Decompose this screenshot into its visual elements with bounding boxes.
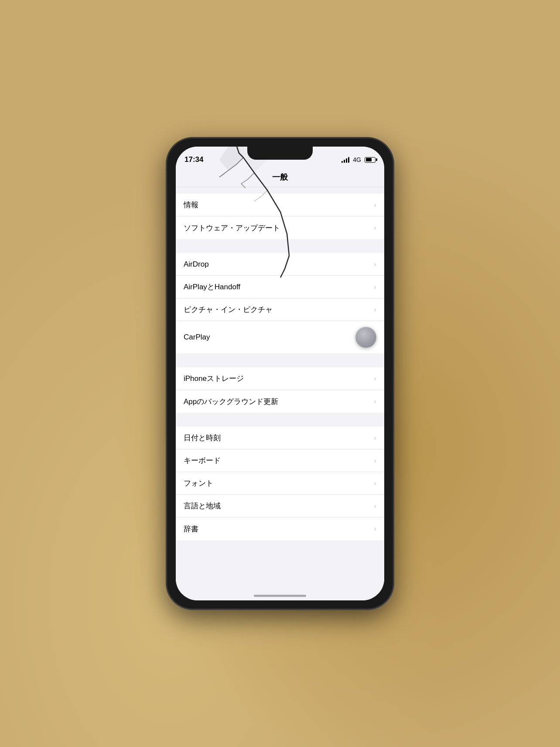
row-language-region[interactable]: 言語と地域 ›: [176, 495, 384, 517]
row-jouhou[interactable]: 情報 ›: [176, 194, 384, 216]
home-indicator[interactable]: [254, 595, 306, 597]
phone-frame: 17:34 4G 一般: [167, 138, 393, 609]
battery-icon: [365, 157, 376, 163]
notch: [247, 147, 313, 160]
chevron-dictionary: ›: [374, 524, 376, 533]
network-type: 4G: [353, 156, 361, 163]
chevron-fonts: ›: [374, 479, 376, 488]
signal-bar-2: [344, 160, 345, 163]
siri-button[interactable]: [355, 327, 376, 348]
signal-bar-3: [346, 158, 347, 163]
row-iphone-storage[interactable]: iPhoneストレージ ›: [176, 367, 384, 390]
section-sharing: AirDrop › AirPlayとHandoff › ピクチャ・イン・ピクチャ…: [176, 253, 384, 353]
row-pip-label: ピクチャ・イン・ピクチャ: [184, 305, 374, 315]
bottom-spacer: [176, 541, 384, 554]
row-carplay[interactable]: CarPlay: [176, 321, 384, 353]
section-storage: iPhoneストレージ › Appのバックグラウンド更新 ›: [176, 367, 384, 413]
spacer-4: [176, 414, 384, 427]
spacer-3: [176, 354, 384, 367]
row-bg-refresh-label: Appのバックグラウンド更新: [184, 397, 374, 407]
signal-bar-1: [341, 161, 343, 163]
row-airplay-handoff-label: AirPlayとHandoff: [184, 282, 374, 292]
chevron-airdrop: ›: [374, 260, 376, 269]
row-airdrop[interactable]: AirDrop ›: [176, 253, 384, 276]
row-date-time-label: 日付と時刻: [184, 433, 374, 443]
row-software-label: ソフトウェア・アップデート: [184, 223, 374, 233]
status-time: 17:34: [184, 155, 203, 164]
row-fonts-label: フォント: [184, 478, 374, 488]
chevron-software: ›: [374, 223, 376, 232]
row-fonts[interactable]: フォント ›: [176, 472, 384, 495]
row-airdrop-label: AirDrop: [184, 260, 374, 269]
row-jouhou-label: 情報: [184, 200, 374, 210]
row-keyboard-label: キーボード: [184, 456, 374, 466]
row-iphone-storage-label: iPhoneストレージ: [184, 374, 374, 384]
row-dictionary[interactable]: 辞書 ›: [176, 517, 384, 540]
row-picture-in-picture[interactable]: ピクチャ・イン・ピクチャ ›: [176, 298, 384, 321]
chevron-language: ›: [374, 502, 376, 511]
row-language-region-label: 言語と地域: [184, 501, 374, 511]
status-right: 4G: [341, 156, 376, 163]
chevron-jouhou: ›: [374, 201, 376, 209]
spacer-2: [176, 240, 384, 253]
chevron-storage: ›: [374, 374, 376, 383]
row-airplay-handoff[interactable]: AirPlayとHandoff ›: [176, 276, 384, 298]
row-keyboard[interactable]: キーボード ›: [176, 449, 384, 472]
row-date-time[interactable]: 日付と時刻 ›: [176, 427, 384, 449]
chevron-airplay: ›: [374, 283, 376, 291]
nav-title: 一般: [176, 168, 384, 187]
row-software[interactable]: ソフトウェア・アップデート ›: [176, 216, 384, 239]
screen-body: 17:34 4G 一般: [176, 147, 384, 600]
signal-bars-icon: [341, 157, 349, 163]
row-dictionary-label: 辞書: [184, 524, 374, 534]
signal-bar-4: [348, 157, 349, 163]
row-background-refresh[interactable]: Appのバックグラウンド更新 ›: [176, 390, 384, 413]
spacer-1: [176, 187, 384, 194]
settings-content: 情報 › ソフトウェア・アップデート › AirDrop ›: [176, 187, 384, 600]
section-system: 日付と時刻 › キーボード › フォント › 言語と地域 ›: [176, 427, 384, 540]
chevron-pip: ›: [374, 305, 376, 314]
row-carplay-label: CarPlay: [184, 333, 355, 342]
battery-fill: [366, 158, 372, 161]
chevron-keyboard: ›: [374, 456, 376, 465]
phone-screen: 17:34 4G 一般: [176, 147, 384, 600]
chevron-bg-refresh: ›: [374, 397, 376, 406]
section-top: 情報 › ソフトウェア・アップデート ›: [176, 194, 384, 239]
chevron-date-time: ›: [374, 434, 376, 442]
